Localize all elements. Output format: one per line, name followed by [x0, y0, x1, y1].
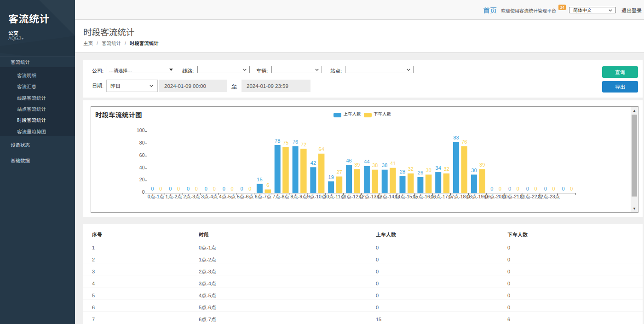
svg-text:64: 64 [319, 146, 324, 152]
svg-text:0: 0 [570, 186, 573, 191]
svg-text:75: 75 [283, 140, 288, 145]
svg-text:0: 0 [535, 186, 537, 191]
svg-text:0: 0 [499, 186, 501, 191]
svg-text:100: 100 [137, 127, 145, 133]
svg-text:0: 0 [526, 186, 529, 191]
svg-text:41: 41 [390, 161, 396, 166]
svg-text:27: 27 [336, 169, 342, 175]
svg-text:0: 0 [490, 186, 493, 191]
svg-text:0: 0 [508, 186, 511, 191]
svg-text:78: 78 [275, 138, 280, 144]
svg-text:19: 19 [328, 174, 334, 180]
svg-text:0: 0 [159, 186, 162, 191]
svg-text:20: 20 [139, 177, 145, 182]
svg-text:26: 26 [418, 170, 423, 175]
svg-text:34: 34 [436, 165, 441, 171]
svg-text:5点-6点: 5点-6点 [237, 194, 253, 199]
svg-text:0: 0 [230, 186, 233, 191]
svg-text:28: 28 [400, 169, 405, 174]
svg-text:44: 44 [364, 159, 369, 164]
svg-text:76: 76 [461, 139, 467, 145]
svg-text:3点-4点: 3点-4点 [201, 194, 218, 199]
svg-text:0: 0 [195, 186, 198, 191]
svg-text:0: 0 [552, 186, 555, 191]
svg-text:40: 40 [139, 165, 145, 170]
svg-text:8点-9点: 8点-9点 [291, 194, 307, 199]
svg-text:1点-2点: 1点-2点 [166, 194, 182, 199]
svg-text:46: 46 [346, 158, 351, 163]
svg-text:15: 15 [257, 177, 262, 182]
svg-text:42: 42 [310, 160, 316, 166]
svg-text:6: 6 [266, 182, 269, 188]
svg-text:0: 0 [142, 189, 145, 195]
svg-text:72: 72 [301, 142, 306, 147]
svg-text:32: 32 [443, 166, 449, 172]
svg-text:0点-1点: 0点-1点 [148, 194, 164, 199]
svg-text:0: 0 [187, 186, 190, 191]
svg-text:83: 83 [453, 135, 459, 140]
svg-text:0: 0 [205, 186, 207, 191]
svg-text:0: 0 [241, 186, 243, 191]
svg-text:0: 0 [151, 186, 154, 191]
svg-text:39: 39 [354, 162, 360, 168]
svg-text:39: 39 [479, 162, 485, 168]
svg-text:2点-3点: 2点-3点 [184, 194, 200, 199]
svg-text:30: 30 [426, 168, 431, 173]
svg-text:6点-7点: 6点-7点 [255, 194, 271, 199]
svg-text:4点-5点: 4点-5点 [219, 194, 236, 199]
svg-text:30: 30 [471, 168, 477, 173]
svg-text:76: 76 [293, 139, 298, 145]
svg-text:0: 0 [177, 186, 180, 191]
svg-text:0: 0 [562, 186, 564, 191]
svg-text:60: 60 [139, 152, 145, 158]
svg-text:22点-23点: 22点-23点 [538, 194, 560, 199]
svg-text:0: 0 [213, 186, 216, 191]
svg-text:0: 0 [169, 186, 172, 191]
svg-text:38: 38 [382, 162, 387, 168]
svg-text:7点-8点: 7点-8点 [273, 194, 289, 199]
svg-text:0: 0 [248, 186, 251, 191]
svg-text:0: 0 [517, 186, 519, 191]
svg-text:38: 38 [372, 162, 378, 168]
svg-text:32: 32 [408, 166, 414, 172]
svg-text:0: 0 [223, 186, 225, 191]
svg-text:0: 0 [544, 186, 547, 191]
svg-text:80: 80 [139, 140, 145, 145]
